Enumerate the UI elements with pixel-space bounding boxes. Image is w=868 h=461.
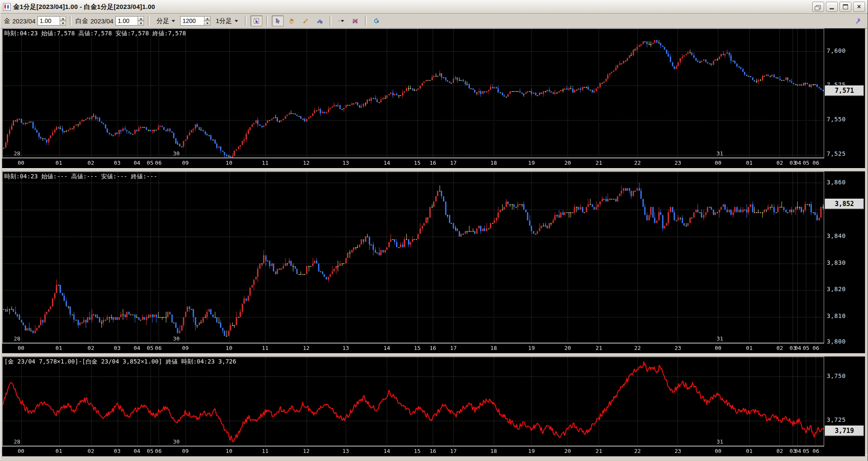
refresh-icon: R [374,17,379,25]
select-tool-button[interactable] [272,15,284,26]
current-price-box: 7,571 [825,86,864,96]
toolbar-separator [148,16,149,26]
bar-count-spinbox [180,16,210,26]
x-tick-label: 11 [262,448,269,454]
gold-multiplier-down-button[interactable] [60,21,66,26]
spread-y-axis: 3,7503,7253,719 [824,357,865,456]
x-tick-label: 19 [528,345,535,351]
draw-line-tool-button[interactable] [300,15,312,26]
bar-type-label: 分足 [156,17,169,25]
x-tick-label: 09 [182,160,189,166]
x-tick-label: 02 [88,160,95,166]
settings-button[interactable] [852,15,864,26]
x-tick-label: 15 [414,160,421,166]
x-tick-label: 04 [134,160,141,166]
platinum-multiplier-up-button[interactable] [138,16,144,21]
window-title: 金1分足[2023/04]1.00 - 白金1分足[2023/04]1.00 [13,3,155,11]
x-tick-label: 06 [813,160,819,166]
x-tick-label: 20 [564,448,571,454]
minimize-icon [830,8,834,9]
x-tick-label: 18 [490,448,497,454]
crosshair-mode-toggle-button[interactable] [250,15,262,26]
spinner-down-icon [140,23,142,24]
float-window-icon [816,5,821,9]
panel-splitter[interactable] [2,168,865,172]
x-tick-label: 23 [675,448,681,454]
delete-chart-button[interactable] [349,15,361,26]
x-tick-label: 13 [342,160,349,166]
titlebar[interactable]: 金1分足[2023/04]1.00 - 白金1分足[2023/04]1.00 × [0,0,868,14]
bar-type-dropdown[interactable]: 分足 [153,16,178,26]
toolbar-separator [365,16,367,26]
x-tick-label: 23 [675,345,681,351]
x-tick-label: 22 [634,345,641,351]
panel-splitter[interactable] [2,353,865,357]
interval-dropdown[interactable]: 1分足 [213,16,241,26]
x-tick-label: 17 [450,345,457,351]
spinner-up-icon [140,18,142,20]
platinum-multiplier-input[interactable] [115,16,138,26]
chart-type-dropdown-button[interactable] [335,15,347,26]
spinner-down-icon [62,23,64,24]
wrench-settings-icon [855,17,861,25]
pan-tool-button[interactable] [286,15,298,26]
day-label: 28 [14,150,20,157]
close-button[interactable]: × [853,2,865,12]
gold-multiplier-input[interactable] [37,16,60,26]
gold-multiplier-up-button[interactable] [60,16,66,21]
bar-count-down-button[interactable] [204,21,210,26]
y-tick-label: 3,860 [827,179,846,186]
x-tick-label: 01 [746,160,753,166]
bar-count-up-button[interactable] [204,16,210,21]
x-tick-label: 12 [303,160,310,166]
x-tick-label: 05 [147,345,154,351]
platinum-chart-panel: 時刻:04:23 始値:--- 高値:--- 安値:--- 終値:--- 283… [2,172,865,353]
window-float-button[interactable] [812,2,824,12]
x-tick-label: 00 [18,345,25,351]
y-tick-label: 3,750 [827,372,846,379]
chart-cursor-icon [253,17,259,25]
x-tick-label: 05 [803,345,810,351]
gold-chart-canvas[interactable] [3,29,824,157]
day-label: 30 [173,150,180,157]
x-tick-label: 04 [794,448,801,454]
day-label: 31 [717,335,724,342]
spread-chart-panel: [金 23/04 7,578×1.00]-[白金 23/04 3,852×1.0… [2,357,865,456]
close-icon: × [857,3,861,10]
x-tick-label: 21 [595,160,602,166]
minimize-button[interactable] [826,2,838,12]
toolbar-separator [245,16,247,26]
maximize-icon [843,4,848,9]
current-price-box: 3,852 [825,199,864,209]
x-tick-label: 04 [794,160,801,166]
candlestick-app-icon [3,3,11,11]
x-tick-label: 05 [147,448,154,454]
x-tick-label: 21 [595,345,602,351]
y-tick-label: 3,840 [827,232,846,239]
refresh-button[interactable]: R [371,15,382,26]
toolbar-separator [266,16,268,26]
marker-tool-button[interactable] [314,15,326,26]
platinum-x-axis: 0001020304050609101112131415161718192021… [2,343,824,353]
x-tick-label: 05 [803,448,810,454]
platinum-month-label: 2023/04 [90,17,113,25]
x-tick-label: 11 [262,345,269,351]
platinum-multiplier-down-button[interactable] [138,21,144,26]
gold-plot-area: 時刻:04:23 始値:7,578 高値:7,578 安値:7,578 終値:7… [2,29,824,158]
interval-label: 1分足 [216,17,232,25]
hand-pan-icon [289,17,295,25]
x-tick-label: 05 [147,160,154,166]
x-tick-label: 04 [134,448,141,454]
x-tick-label: 15 [414,448,421,454]
x-tick-label: 16 [429,160,436,166]
y-tick-label: 3,725 [827,416,846,423]
x-tick-label: 06 [155,345,162,351]
day-label: 28 [14,438,20,445]
chevron-down-icon [235,20,238,22]
maximize-button[interactable] [839,2,851,12]
bar-count-input[interactable] [180,16,204,26]
platinum-chart-canvas[interactable] [3,172,824,343]
spread-chart-canvas[interactable] [3,357,824,446]
y-tick-label: 7,550 [827,116,846,123]
x-tick-label: 17 [450,448,457,454]
